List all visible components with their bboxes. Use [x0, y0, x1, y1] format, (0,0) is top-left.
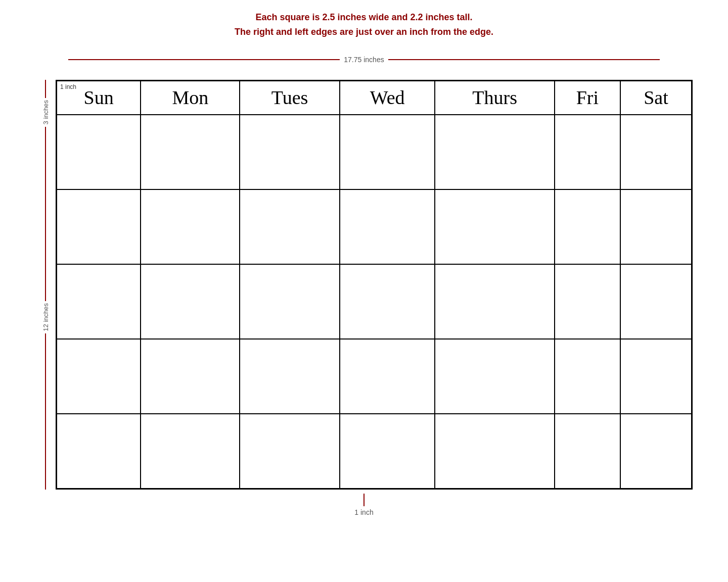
left-ruler: 3 inches 12 inches: [35, 80, 56, 490]
v-line-12-bottom: [45, 333, 46, 490]
cell-r5c2: [141, 414, 240, 489]
header-tues: Tues: [240, 80, 340, 115]
ruler-3inch-label: 3 inches: [42, 98, 50, 126]
cell-r5c1: [57, 414, 141, 489]
table-row: [57, 264, 692, 339]
cell-r4c1: [57, 339, 141, 414]
page-container: Each square is 2.5 inches wide and 2.2 i…: [35, 10, 693, 516]
instruction-line1: Each square is 2.5 inches wide and 2.2 i…: [235, 10, 493, 25]
header-fri: Fri: [555, 80, 620, 115]
cell-r1c2: [141, 115, 240, 189]
header-mon: Mon: [141, 80, 240, 115]
horizontal-ruler-label: 17.75 inches: [340, 56, 388, 64]
ruler-12inch-label: 12 inches: [42, 301, 50, 333]
table-row: [57, 339, 692, 414]
cell-r3c1: [57, 264, 141, 339]
table-row: [57, 189, 692, 264]
cell-r4c2: [141, 339, 240, 414]
cell-r1c6: [555, 115, 620, 189]
cell-r4c7: [620, 339, 692, 414]
cell-r1c1: [57, 115, 141, 189]
horizontal-ruler: 17.75 inches: [68, 56, 660, 64]
corner-inch-label: 1 inch: [60, 83, 76, 90]
cell-r4c4: [340, 339, 435, 414]
ruler-12inch-segment: 12 inches: [42, 146, 50, 490]
cell-r3c6: [555, 264, 620, 339]
h-line-right: [388, 59, 660, 60]
cell-r2c7: [620, 189, 692, 264]
bottom-ruler: 1 inch: [354, 494, 373, 516]
instructions: Each square is 2.5 inches wide and 2.2 i…: [235, 10, 493, 39]
header-row: 1 inch Sun Mon Tues Wed Thurs Fri Sat: [57, 80, 692, 115]
cell-r5c3: [240, 414, 340, 489]
h-line-left: [68, 59, 340, 60]
cell-r3c5: [435, 264, 554, 339]
header-sun: 1 inch Sun: [57, 80, 141, 115]
cell-r2c5: [435, 189, 554, 264]
calendar-body: [57, 115, 692, 489]
main-area: 3 inches 12 inches 1 inch Sun: [35, 80, 693, 490]
ruler-3inch-segment: 3 inches: [42, 80, 50, 146]
header-thurs: Thurs: [435, 80, 554, 115]
v-line-bottom: [45, 127, 46, 146]
bottom-v-line: [363, 494, 365, 506]
top-annotations: Each square is 2.5 inches wide and 2.2 i…: [35, 10, 693, 75]
cell-r2c4: [340, 189, 435, 264]
bottom-ruler-label: 1 inch: [354, 508, 373, 516]
cell-r1c3: [240, 115, 340, 189]
horizontal-ruler-area: 17.75 inches: [35, 44, 693, 75]
header-wed: Wed: [340, 80, 435, 115]
cell-r5c7: [620, 414, 692, 489]
v-line-top: [45, 80, 46, 99]
cell-r1c4: [340, 115, 435, 189]
table-row: [57, 115, 692, 189]
cell-r3c7: [620, 264, 692, 339]
cell-r4c5: [435, 339, 554, 414]
table-row: [57, 414, 692, 489]
cell-r4c6: [555, 339, 620, 414]
cell-r3c2: [141, 264, 240, 339]
cell-r5c6: [555, 414, 620, 489]
instruction-line2: The right and left edges are just over a…: [235, 25, 493, 39]
cell-r3c3: [240, 264, 340, 339]
cell-r2c2: [141, 189, 240, 264]
bottom-area: 1 inch: [35, 494, 693, 516]
cell-r2c1: [57, 189, 141, 264]
calendar-table: 1 inch Sun Mon Tues Wed Thurs Fri Sat: [56, 80, 693, 490]
cell-r4c3: [240, 339, 340, 414]
v-line-12-top: [45, 146, 46, 302]
cell-r2c6: [555, 189, 620, 264]
cell-r2c3: [240, 189, 340, 264]
cell-r5c4: [340, 414, 435, 489]
calendar-wrapper: 1 inch Sun Mon Tues Wed Thurs Fri Sat: [56, 80, 693, 490]
cell-r1c7: [620, 115, 692, 189]
cell-r5c5: [435, 414, 554, 489]
header-sat: Sat: [620, 80, 692, 115]
calendar-header: 1 inch Sun Mon Tues Wed Thurs Fri Sat: [57, 80, 692, 115]
cell-r1c5: [435, 115, 554, 189]
cell-r3c4: [340, 264, 435, 339]
